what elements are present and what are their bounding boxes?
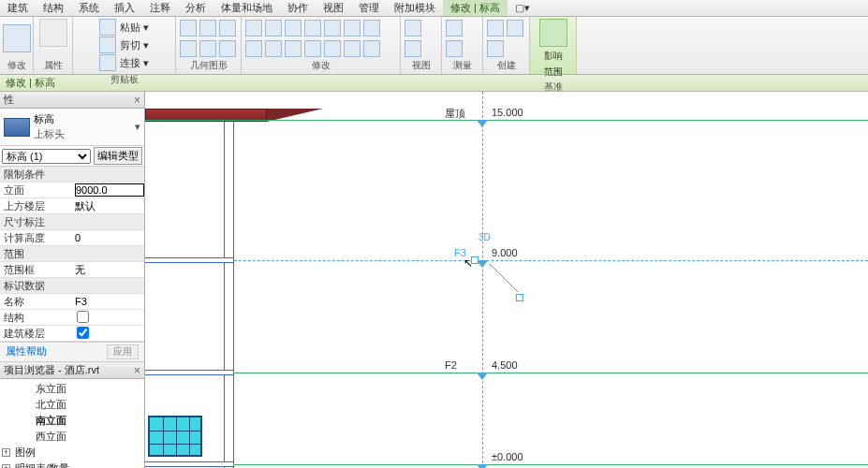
tree-node[interactable]: 南立面 xyxy=(2,413,142,429)
geom-icon[interactable] xyxy=(180,40,197,57)
cursor-icon: ↖ xyxy=(463,256,473,270)
create-icon[interactable] xyxy=(487,40,504,57)
mod-icon[interactable] xyxy=(285,20,302,37)
level-line[interactable] xyxy=(145,464,868,465)
join-icon[interactable] xyxy=(99,54,116,71)
prop-checkbox[interactable] xyxy=(77,327,89,339)
prop-row[interactable]: 上方楼层默认 xyxy=(0,198,144,214)
mod-icon[interactable] xyxy=(245,20,262,37)
menu-item[interactable]: 附加模块 xyxy=(387,0,443,16)
close-icon[interactable]: × xyxy=(134,364,140,377)
level-value[interactable]: 15.000 xyxy=(492,107,523,118)
measure-icon[interactable] xyxy=(446,40,463,57)
mod-icon[interactable] xyxy=(265,40,282,57)
3d-tag[interactable]: 3D xyxy=(478,232,491,242)
prop-row[interactable]: 结构 xyxy=(0,310,144,326)
prop-row[interactable]: 范围框无 xyxy=(0,262,144,278)
prop-row[interactable]: 名称F3 xyxy=(0,294,144,310)
menu-extra[interactable]: ▢▾ xyxy=(508,1,537,15)
level-line[interactable] xyxy=(145,120,868,121)
menu-item[interactable]: 协作 xyxy=(280,0,316,16)
menu-item[interactable]: 体量和场地 xyxy=(213,0,280,16)
tree-node[interactable]: 北立面 xyxy=(2,397,142,413)
view-icon[interactable] xyxy=(405,40,421,57)
mod-icon[interactable] xyxy=(304,40,321,57)
geom-icon[interactable] xyxy=(219,40,236,57)
ribbon-group-label: 修改 xyxy=(7,57,26,72)
geom-icon[interactable] xyxy=(219,20,236,37)
modify-tool-icon[interactable] xyxy=(3,24,31,52)
tree-toggle[interactable]: + xyxy=(2,464,10,468)
geom-icon[interactable] xyxy=(199,40,216,57)
instance-filter[interactable]: 标高 (1) xyxy=(2,149,91,164)
prop-row[interactable]: 建筑楼层 xyxy=(0,326,144,342)
type-label: 标高 xyxy=(34,112,135,126)
mod-icon[interactable] xyxy=(324,40,341,57)
level-value[interactable]: 4.500 xyxy=(492,359,518,371)
level-line[interactable] xyxy=(145,260,868,261)
menu-item[interactable]: 视图 xyxy=(316,0,351,16)
ribbon-group-label: 修改 xyxy=(312,57,331,72)
measure-icon[interactable] xyxy=(446,20,463,37)
mod-icon[interactable] xyxy=(344,40,360,57)
mod-icon[interactable] xyxy=(344,20,360,37)
properties-icon[interactable] xyxy=(39,19,67,47)
tree-node[interactable]: +图例 xyxy=(2,445,142,461)
properties-help-link[interactable]: 属性帮助 xyxy=(6,344,47,359)
legend-swatch xyxy=(148,416,202,457)
type-selector[interactable]: 标高 上标头 ▾ xyxy=(0,109,144,146)
menu-item[interactable]: 建筑 xyxy=(0,0,36,16)
menu-item[interactable]: 分析 xyxy=(178,0,213,16)
mod-icon[interactable] xyxy=(363,40,380,57)
menu-item[interactable]: 管理 xyxy=(351,0,387,16)
mod-icon[interactable] xyxy=(304,20,321,37)
floor-slab xyxy=(145,257,233,263)
apply-button[interactable]: 应用 xyxy=(107,344,139,359)
mod-icon[interactable] xyxy=(245,40,262,57)
menu-bar: 建筑 结构 系统 插入 注释 分析 体量和场地 协作 视图 管理 附加模块 修改… xyxy=(0,0,868,17)
wall-line xyxy=(233,122,234,468)
menu-item[interactable]: 插入 xyxy=(107,0,142,16)
ribbon-group-label: 视图 xyxy=(412,57,431,72)
ribbon-text: 剪切 ▾ xyxy=(120,38,149,52)
level-name[interactable]: 屋顶 xyxy=(445,107,465,121)
edit-type-button[interactable]: 编辑类型 xyxy=(94,147,142,165)
geom-icon[interactable] xyxy=(180,20,197,37)
prop-checkbox[interactable] xyxy=(77,311,89,323)
prop-input[interactable] xyxy=(75,183,144,197)
mod-icon[interactable] xyxy=(285,40,302,57)
prop-row[interactable]: 立面 xyxy=(0,183,144,198)
menu-item[interactable]: 系统 xyxy=(71,0,107,16)
view-icon[interactable] xyxy=(405,20,421,37)
mod-icon[interactable] xyxy=(363,20,380,37)
ribbon: 修改 属性 粘贴 ▾ 剪切 ▾ 连接 ▾ 剪贴板 几何图形 修改 视图 xyxy=(0,17,868,75)
menu-item[interactable]: 结构 xyxy=(36,0,71,16)
level-value[interactable]: ±0.000 xyxy=(492,451,523,462)
close-icon[interactable]: × xyxy=(134,94,140,107)
tree-node[interactable]: 西立面 xyxy=(2,429,142,445)
level-name[interactable]: F2 xyxy=(445,359,457,371)
cut-icon[interactable] xyxy=(99,37,116,53)
level-value[interactable]: 9.000 xyxy=(492,247,518,258)
create-icon[interactable] xyxy=(507,20,523,37)
ribbon-group-label: 属性 xyxy=(44,57,63,72)
properties-panel-title: 性 × xyxy=(0,92,144,109)
mod-icon[interactable] xyxy=(265,20,282,37)
scope-icon[interactable] xyxy=(539,19,567,47)
menu-item[interactable]: 注释 xyxy=(142,0,178,16)
ribbon-group-label: 创建 xyxy=(497,57,516,72)
tree-node[interactable]: 东立面 xyxy=(2,381,142,397)
level-line[interactable] xyxy=(145,373,868,373)
ribbon-text: 范围 xyxy=(544,66,563,79)
tree-toggle[interactable]: + xyxy=(2,448,10,457)
drawing-canvas[interactable]: 屋顶15.000F39.000F24.500±0.0003D↖ xyxy=(145,92,868,468)
grip-handle[interactable] xyxy=(516,294,523,301)
geom-icon[interactable] xyxy=(199,20,216,37)
chevron-down-icon[interactable]: ▾ xyxy=(135,121,140,133)
prop-row[interactable]: 计算高度0 xyxy=(0,230,144,246)
menu-item-active[interactable]: 修改 | 标高 xyxy=(443,0,508,16)
tree-node[interactable]: +明细表/数量 xyxy=(2,461,142,468)
mod-icon[interactable] xyxy=(324,20,341,37)
create-icon[interactable] xyxy=(487,20,504,37)
paste-icon[interactable] xyxy=(99,19,116,36)
